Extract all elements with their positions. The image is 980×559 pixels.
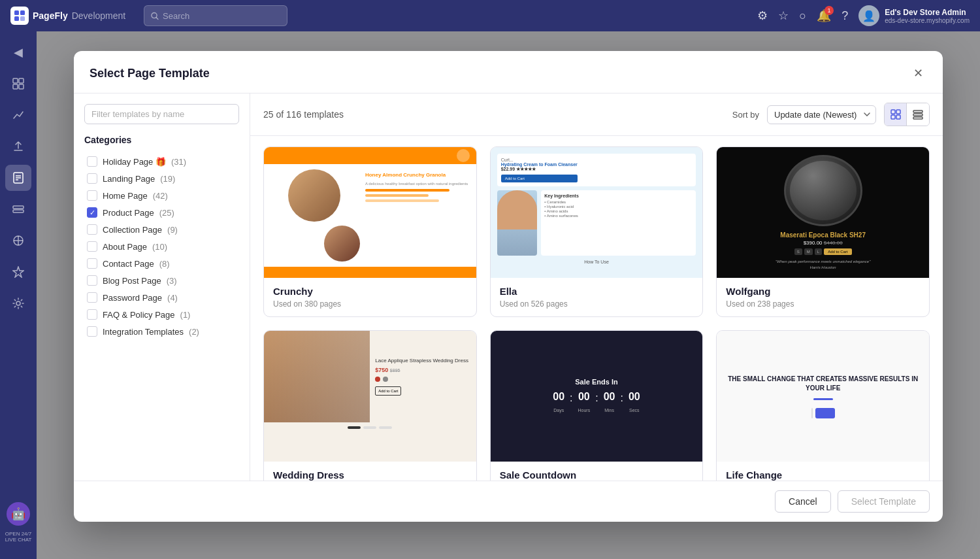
category-checkbox-blog[interactable] — [87, 275, 97, 286]
help-icon[interactable]: ? — [841, 9, 848, 23]
wedding-dots-row — [375, 377, 470, 382]
category-item-landing[interactable]: Landing Page (19) — [84, 170, 239, 187]
sidebar-item-integrations[interactable] — [5, 228, 31, 254]
category-item-about[interactable]: About Page (10) — [84, 238, 239, 255]
template-card-ella[interactable]: Curt... Hydrating Cream to Foam Cleanser… — [490, 146, 704, 317]
svg-rect-0 — [14, 10, 19, 15]
svg-point-17 — [16, 301, 20, 305]
chat-icon[interactable]: ○ — [799, 9, 806, 23]
sidebar-item-sections[interactable] — [5, 196, 31, 222]
category-item-home[interactable]: Home Page (42) — [84, 187, 239, 204]
star-icon[interactable]: ☆ — [778, 8, 789, 23]
crunchy-bar-2 — [365, 194, 429, 197]
grid-view-button[interactable] — [885, 103, 907, 126]
category-checkbox-faq[interactable] — [87, 309, 97, 320]
food-circle-big — [288, 169, 340, 222]
ingr-ceramides: • Ceramides — [544, 200, 693, 204]
countdown-days: 00 Days — [553, 391, 564, 415]
category-count-home: (42) — [153, 191, 168, 201]
nav-dot-active — [348, 426, 361, 429]
separator-3: : — [620, 391, 623, 404]
category-checkbox-contact[interactable] — [87, 258, 97, 269]
filter-search-input[interactable] — [84, 104, 239, 124]
category-checkbox-holiday[interactable] — [87, 156, 97, 167]
category-count-collection: (9) — [167, 225, 178, 235]
category-item-collection[interactable]: Collection Page (9) — [84, 221, 239, 238]
modal-header: Select Page Template ✕ — [74, 51, 943, 93]
sidebar-item-pages[interactable] — [5, 165, 31, 191]
wolf-size-2: M — [804, 248, 813, 255]
food-circle-small — [324, 226, 360, 262]
notification-icon[interactable]: 🔔 1 — [817, 8, 831, 23]
user-avatar: 👤 — [858, 5, 879, 26]
grid-inner: Honey Almond Crunchy Granola A delicious… — [263, 146, 930, 481]
category-item-integration[interactable]: Integration Templates (2) — [84, 323, 239, 340]
category-checkbox-landing[interactable] — [87, 173, 97, 184]
template-card-life[interactable]: THE SMALL CHANGE THAT CREATES MASSIVE RE… — [716, 330, 930, 481]
svg-rect-2 — [14, 16, 19, 21]
svg-rect-9 — [19, 84, 24, 89]
category-count-contact: (8) — [159, 259, 170, 269]
topbar-search[interactable] — [144, 5, 287, 26]
notification-badge: 1 — [825, 6, 834, 15]
category-checkbox-about[interactable] — [87, 241, 97, 252]
category-item-holiday[interactable]: Holiday Page 🎁 (31) — [84, 153, 239, 170]
logo-text: PageFly — [33, 10, 68, 21]
sidebar-item-traffic[interactable] — [5, 259, 31, 285]
view-toggle — [884, 103, 930, 126]
ingr-amino-surf: • Amino surfacones — [544, 214, 693, 218]
template-info-sale: Sale Countdown Used on 89 pages — [491, 462, 703, 481]
logo[interactable]: PageFly Development — [10, 7, 125, 25]
template-usage-wolfgang: Used on 238 pages — [726, 299, 920, 309]
main-layout: ◀ 🤖 OPEN 24/7 LIVE CHAT — [0, 31, 980, 559]
category-item-product[interactable]: ✓ Product Page (25) — [84, 204, 239, 221]
category-count-product: (25) — [159, 208, 174, 218]
sidebar-avatar[interactable]: 🤖 — [7, 502, 30, 526]
crunchy-desc: A delicious healthy breakfast option wit… — [365, 181, 471, 186]
category-item-password[interactable]: Password Page (4) — [84, 289, 239, 306]
select-template-modal: Select Page Template ✕ Categories Holida… — [74, 51, 943, 522]
settings-icon[interactable]: ⚙ — [757, 8, 768, 23]
template-card-sale[interactable]: Sale Ends In 00 Days : — [490, 330, 704, 481]
env-text: Development — [72, 10, 126, 21]
countdown-secs: 00 Secs — [629, 391, 640, 415]
template-name-crunchy: Crunchy — [273, 286, 467, 297]
category-checkbox-password[interactable] — [87, 292, 97, 303]
countdown-hours-num: 00 — [578, 391, 591, 403]
sidebar-item-dashboard[interactable] — [5, 71, 31, 97]
category-count-blog: (3) — [167, 276, 177, 286]
sidebar-item-settings[interactable] — [5, 290, 31, 316]
category-checkbox-integration[interactable] — [87, 326, 97, 337]
category-item-blog[interactable]: Blog Post Page (3) — [84, 272, 239, 289]
crunchy-left — [269, 169, 360, 262]
life-divider — [813, 398, 833, 400]
category-item-contact[interactable]: Contact Page (8) — [84, 255, 239, 272]
topbar-search-input[interactable] — [163, 11, 280, 21]
wolf-quote: "When peak performance meets unmatched e… — [725, 259, 921, 270]
live-chat-label: OPEN 24/7 LIVE CHAT — [0, 531, 37, 543]
sidebar-item-back[interactable]: ◀ — [5, 39, 31, 65]
category-count-integration: (2) — [189, 327, 199, 337]
ella-add-btn: Add to Cart — [501, 175, 578, 182]
sort-select[interactable]: Update date (Newest) Update date (Oldest… — [767, 105, 876, 124]
sort-controls: Sort by Update date (Newest) Update date… — [732, 103, 930, 126]
list-view-button[interactable] — [907, 103, 929, 126]
category-checkbox-home[interactable] — [87, 190, 97, 201]
category-checkbox-product[interactable]: ✓ — [87, 207, 97, 218]
sidebar-item-analytics[interactable] — [5, 102, 31, 128]
modal-close-button[interactable]: ✕ — [909, 64, 927, 82]
template-card-wolfgang[interactable]: Maserati Epoca Black SH27 $390.00 $440.0… — [716, 146, 930, 317]
template-count: 25 of 116 templates — [263, 109, 344, 120]
template-usage-crunchy: Used on 380 pages — [273, 299, 467, 309]
template-card-crunchy[interactable]: Honey Almond Crunchy Granola A delicious… — [263, 146, 477, 317]
category-item-faq[interactable]: FAQ & Policy Page (1) — [84, 306, 239, 323]
cancel-button[interactable]: Cancel — [775, 490, 831, 513]
logo-icon — [10, 7, 29, 25]
category-checkbox-collection[interactable] — [87, 224, 97, 235]
ella-model-row: Key Ingredients • Ceramides • Hyaluronic… — [497, 190, 696, 256]
sidebar-item-publish[interactable] — [5, 133, 31, 160]
template-name-wedding: Wedding Dress — [273, 469, 467, 481]
template-card-wedding[interactable]: Lace Applique Strapless Wedding Dress $7… — [263, 330, 477, 481]
select-template-button[interactable]: Select Template — [838, 490, 930, 513]
user-menu[interactable]: 👤 Ed's Dev Store Admin eds-dev-store.mys… — [858, 5, 970, 26]
